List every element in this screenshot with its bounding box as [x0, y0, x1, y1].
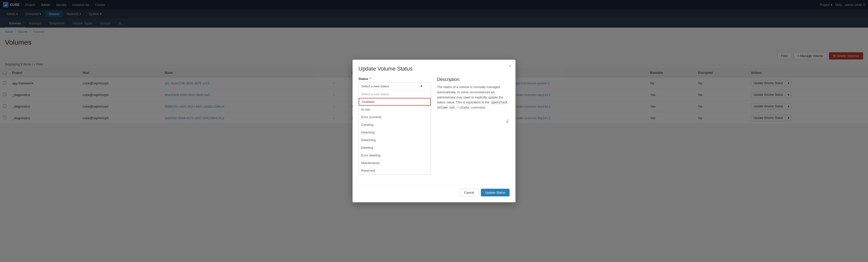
dropdown-option[interactable]: Error (current) [359, 113, 431, 121]
status-label: Status * [359, 77, 431, 81]
status-form-group: Status * Select a new status ▼ Select a … [359, 77, 431, 124]
modal-form: Status * Select a new status ▼ Select a … [359, 77, 431, 124]
description-title: Description: [437, 77, 509, 82]
dropdown-list: Select a new statusAvailableIn-useError … [359, 90, 431, 124]
dropdown-option[interactable]: Select a new status [359, 90, 431, 98]
dropdown-arrow-icon: ▼ [420, 85, 423, 88]
status-dropdown[interactable]: Select a new status ▼ Select a new statu… [359, 82, 431, 124]
description-text: The status of a volume is normally manag… [437, 85, 509, 110]
dropdown-option[interactable]: Available [359, 98, 431, 106]
modal-close-button[interactable]: × [508, 63, 512, 69]
modal-title: Update Volume Status [359, 66, 509, 72]
update-volume-status-modal: × Update Volume Status Status * Select a… [352, 60, 516, 124]
modal-body: Status * Select a new status ▼ Select a … [359, 77, 509, 124]
red-arrow-icon: ↓ [504, 117, 511, 124]
dropdown-header[interactable]: Select a new status ▼ [359, 83, 431, 90]
modal-description: Description: The status of a volume is n… [437, 77, 509, 124]
required-marker: * [370, 77, 371, 81]
dropdown-option[interactable]: In-use [359, 106, 431, 113]
modal-overlay: × Update Volume Status Status * Select a… [0, 0, 868, 124]
dropdown-option[interactable]: Creating [359, 121, 431, 124]
